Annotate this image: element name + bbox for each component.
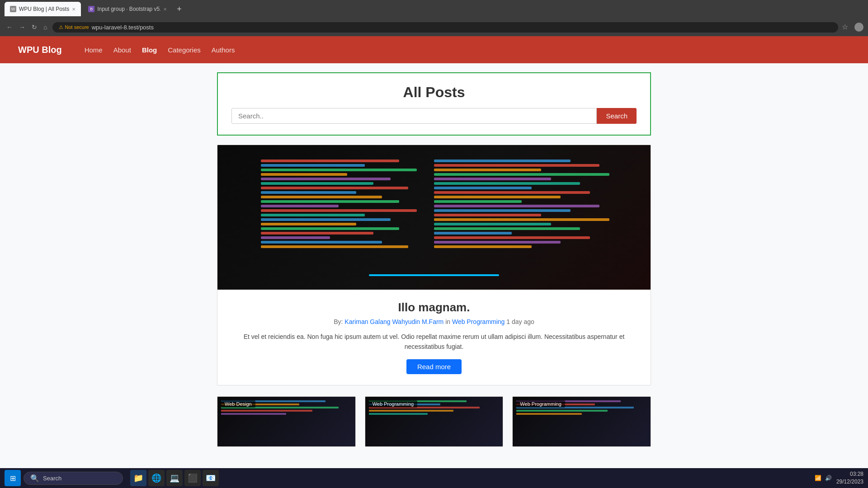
profile-icon[interactable] bbox=[854, 23, 863, 32]
terminal-icon: ⬛ bbox=[188, 473, 198, 483]
nav-authors[interactable]: Authors bbox=[212, 46, 235, 54]
taskbar-apps: 📁 🌐 💻 ⬛ 📧 bbox=[130, 470, 219, 486]
tab-title-2: Input group · Bootstrap v5.3 bbox=[97, 6, 160, 12]
code-background bbox=[217, 145, 651, 290]
forward-button[interactable]: → bbox=[17, 23, 27, 32]
post-card-image-1: Web Design bbox=[217, 397, 355, 446]
volume-icon: 🔊 bbox=[825, 475, 832, 481]
home-button[interactable]: ⌂ bbox=[42, 23, 49, 32]
url-bar[interactable]: ⚠ Not secure wpu-laravel-8.test/posts bbox=[52, 22, 838, 33]
taskbar: ⊞ 🔍 Search 📁 🌐 💻 ⬛ 📧 📶 🔊 03:28 29/12/202… bbox=[0, 468, 868, 488]
tab-title-1: WPU Blog | All Posts bbox=[19, 6, 69, 12]
post-card-1: Web Design bbox=[217, 396, 356, 447]
taskbar-clock: 03:28 29/12/2023 bbox=[836, 470, 863, 486]
featured-post-body: Illo magnam. By: Kariman Galang Wahyudin… bbox=[217, 290, 651, 385]
taskbar-search-icon: 🔍 bbox=[30, 474, 39, 483]
taskbar-system-icons: 📶 🔊 bbox=[815, 475, 832, 481]
nav-categories[interactable]: Categories bbox=[168, 46, 201, 54]
new-tab-button[interactable]: + bbox=[174, 5, 184, 14]
main-content: All Posts Search bbox=[217, 63, 651, 465]
taskbar-search-label: Search bbox=[43, 475, 61, 482]
featured-category-link[interactable]: Web Programming bbox=[452, 318, 505, 325]
meta-by: By: bbox=[334, 318, 344, 325]
nav-buttons: ← → ↻ ⌂ bbox=[5, 23, 49, 32]
card-category-2: Web Programming bbox=[369, 400, 418, 408]
taskbar-right: 📶 🔊 03:28 29/12/2023 bbox=[815, 470, 863, 486]
featured-post-title: Illo magnam. bbox=[228, 300, 640, 314]
chrome-icon: 🌐 bbox=[151, 473, 161, 483]
refresh-button[interactable]: ↻ bbox=[30, 23, 39, 32]
code-lines-left bbox=[261, 160, 434, 275]
search-section: All Posts Search bbox=[217, 72, 651, 136]
tab-favicon-2: B bbox=[88, 6, 94, 12]
browser-window: W WPU Blog | All Posts ✕ B Input group ·… bbox=[0, 0, 868, 465]
featured-post-meta: By: Kariman Galang Wahyudin M.Farm in We… bbox=[228, 318, 640, 325]
browser-actions: ☆ bbox=[842, 23, 863, 32]
post-card-2: Web Programming bbox=[365, 396, 504, 447]
not-secure-badge: ⚠ Not secure bbox=[59, 24, 89, 30]
taskbar-app5[interactable]: 📧 bbox=[203, 470, 219, 486]
start-button[interactable]: ⊞ bbox=[5, 470, 21, 486]
card-category-1: Web Design bbox=[221, 400, 255, 408]
url-text: wpu-laravel-8.test/posts bbox=[92, 24, 154, 31]
wifi-icon: 📶 bbox=[815, 475, 821, 481]
blue-accent-line bbox=[369, 274, 499, 276]
windows-icon: ⊞ bbox=[10, 474, 16, 483]
warning-icon: ⚠ bbox=[59, 24, 63, 30]
explorer-icon: 📁 bbox=[133, 473, 143, 483]
star-icon[interactable]: ☆ bbox=[842, 23, 851, 32]
post-cards-row: Web Design Web Programming bbox=[217, 396, 651, 447]
featured-excerpt: Et vel et reiciendis ea. Non fuga hic ip… bbox=[228, 332, 640, 352]
tab-favicon-1: W bbox=[10, 6, 16, 12]
tab-wpu-blog[interactable]: W WPU Blog | All Posts ✕ bbox=[5, 2, 81, 16]
navbar-links: Home About Blog Categories Authors bbox=[85, 46, 235, 54]
address-bar: ← → ↻ ⌂ ⚠ Not secure wpu-laravel-8.test/… bbox=[0, 18, 868, 36]
search-button[interactable]: Search bbox=[597, 108, 637, 124]
featured-post-image bbox=[217, 145, 651, 290]
nav-blog[interactable]: Blog bbox=[142, 46, 157, 54]
navbar: WPU Blog Home About Blog Categories Auth… bbox=[0, 36, 868, 63]
page-title: All Posts bbox=[231, 84, 637, 101]
card-category-3: Web Programming bbox=[516, 400, 565, 408]
clock-time: 03:28 bbox=[836, 470, 863, 478]
clock-date: 29/12/2023 bbox=[836, 478, 863, 486]
tab-close-2[interactable]: ✕ bbox=[163, 7, 167, 12]
post-card-image-3: Web Programming bbox=[513, 397, 651, 446]
tab-bootstrap[interactable]: B Input group · Bootstrap v5.3 ✕ bbox=[83, 2, 172, 16]
featured-post: Illo magnam. By: Kariman Galang Wahyudin… bbox=[217, 145, 651, 385]
featured-time: 1 day ago bbox=[506, 318, 534, 325]
back-button[interactable]: ← bbox=[5, 23, 14, 32]
mail-icon: 📧 bbox=[206, 473, 216, 483]
tab-bar: W WPU Blog | All Posts ✕ B Input group ·… bbox=[0, 0, 868, 18]
featured-author-link[interactable]: Kariman Galang Wahyudin M.Farm bbox=[344, 318, 443, 325]
taskbar-terminal[interactable]: ⬛ bbox=[184, 470, 201, 486]
taskbar-chrome[interactable]: 🌐 bbox=[148, 470, 165, 486]
taskbar-explorer[interactable]: 📁 bbox=[130, 470, 146, 486]
tab-close-1[interactable]: ✕ bbox=[72, 7, 75, 12]
taskbar-vscode[interactable]: 💻 bbox=[166, 470, 183, 486]
post-card-3: Web Programming bbox=[512, 396, 651, 447]
vscode-icon: 💻 bbox=[170, 473, 179, 483]
code-lines-right bbox=[434, 160, 629, 275]
read-more-button[interactable]: Read more bbox=[406, 359, 462, 374]
search-form: Search bbox=[231, 108, 637, 124]
taskbar-search-box[interactable]: 🔍 Search bbox=[24, 472, 123, 485]
search-input[interactable] bbox=[231, 108, 597, 124]
post-card-image-2: Web Programming bbox=[365, 397, 503, 446]
navbar-brand: WPU Blog bbox=[18, 45, 62, 55]
nav-home[interactable]: Home bbox=[85, 46, 103, 54]
meta-in: in bbox=[445, 318, 452, 325]
nav-about[interactable]: About bbox=[113, 46, 131, 54]
